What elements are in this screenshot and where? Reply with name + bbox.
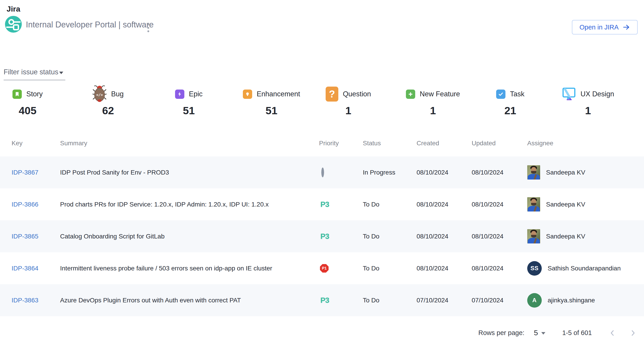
priority-p3-icon: P3 <box>320 232 329 241</box>
counter-count: 62 <box>102 104 114 117</box>
issue-summary: IDP Post Prod Sanity for Env - PROD3 <box>60 169 319 176</box>
counter-label: Epic <box>189 90 202 98</box>
issue-status: To Do <box>363 201 416 208</box>
counter-story: Story 405 <box>12 84 43 117</box>
issue-summary: Intermittent liveness probe failure / 50… <box>60 265 319 272</box>
avatar: A <box>527 293 542 308</box>
issue-status: To Do <box>363 297 416 304</box>
col-header-key: Key <box>12 140 60 147</box>
open-in-jira-label: Open in JIRA <box>580 23 618 31</box>
issue-summary: Catalog Onboarding Script for GitLab <box>60 233 319 240</box>
pagination-range: 1-5 of 601 <box>562 329 592 337</box>
issue-key-link[interactable]: IDP-3865 <box>12 233 38 240</box>
counter-epic: Epic 51 <box>175 84 202 117</box>
jira-plugin-page: Jira Internal Developer Portal | softwar… <box>0 0 644 345</box>
table-body: IDP-3867 IDP Post Prod Sanity for Env - … <box>0 156 644 316</box>
filter-issue-status-select[interactable]: Filter issue status <box>4 68 65 80</box>
open-in-jira-button[interactable]: Open in JIRA <box>572 20 638 34</box>
counter-count: 1 <box>430 104 436 117</box>
col-header-assignee: Assignee <box>527 140 644 147</box>
issue-created: 08/10/2024 <box>416 265 472 272</box>
entity-name: Internal Developer Portal | software <box>26 20 154 29</box>
issue-summary: Prod charts PRs for IDP Service: 1.20.x,… <box>60 201 319 208</box>
priority-p3-icon: P3 <box>320 200 329 209</box>
assignee-name: ajinkya.shingane <box>548 297 595 304</box>
table-row: IDP-3867 IDP Post Prod Sanity for Env - … <box>0 156 644 188</box>
counter-ux-design: UX Design 1 <box>562 84 614 117</box>
counter-bug: </> Bug 62 <box>92 84 124 117</box>
counter-label: Story <box>26 90 43 98</box>
assignee-name: Sandeepa KV <box>546 233 585 240</box>
issue-status: To Do <box>363 265 416 272</box>
counter-count: 51 <box>183 104 195 117</box>
bug-icon: </> <box>92 84 106 104</box>
issue-key-link[interactable]: IDP-3863 <box>12 297 38 304</box>
table-header: Key Summary Priority Status Created Upda… <box>0 140 644 147</box>
counter-count: 21 <box>504 104 516 117</box>
chevron-right-icon <box>629 329 637 337</box>
story-icon <box>12 89 22 99</box>
avatar <box>527 197 540 212</box>
kebab-menu-icon[interactable] <box>144 21 153 34</box>
task-icon <box>496 89 506 99</box>
issue-summary: Azure DevOps Plugin Errors out with Auth… <box>60 297 319 304</box>
priority-p3-icon: P3 <box>320 296 329 305</box>
rows-per-page-label: Rows per page: <box>478 329 524 337</box>
issue-key-link[interactable]: IDP-3866 <box>12 201 38 208</box>
counter-task: Task 21 <box>496 84 524 117</box>
svg-text:</>: </> <box>96 93 103 97</box>
issue-updated: 07/10/2024 <box>472 297 527 304</box>
counter-label: Question <box>343 90 371 98</box>
counter-enhancement: Enhancement 51 <box>243 84 300 117</box>
table-row: IDP-3863 Azure DevOps Plugin Errors out … <box>0 284 644 316</box>
counter-label: UX Design <box>580 90 614 98</box>
issue-key-link[interactable]: IDP-3867 <box>12 169 38 176</box>
priority-p1-icon: P1 <box>320 264 328 273</box>
page-title: Jira <box>6 4 20 13</box>
counter-label: New Feature <box>420 90 460 98</box>
counter-count: 405 <box>18 104 36 117</box>
table-row: IDP-3866 Prod charts PRs for IDP Service… <box>0 188 644 220</box>
assignee-name: Sathish Soundarapandian <box>548 265 621 272</box>
avatar <box>527 165 540 180</box>
question-icon: ? <box>326 87 338 101</box>
table-row: IDP-3864 Intermittent liveness probe fai… <box>0 252 644 284</box>
issue-created: 08/10/2024 <box>416 201 472 208</box>
new-feature-icon <box>406 89 415 99</box>
counter-label: Bug <box>111 90 124 98</box>
assignee-name: Sandeepa KV <box>546 169 585 176</box>
table-row: IDP-3865 Catalog Onboarding Script for G… <box>0 220 644 252</box>
col-header-priority: Priority <box>319 140 363 147</box>
counter-count: 51 <box>266 104 277 117</box>
next-page-button[interactable] <box>629 329 637 337</box>
assignee-name: Sandeepa KV <box>546 201 585 208</box>
issue-created: 08/10/2024 <box>416 169 472 176</box>
arrow-right-icon <box>623 24 630 30</box>
rows-per-page-select[interactable]: 5 <box>534 329 546 337</box>
counter-question: ? Question 1 <box>326 84 371 117</box>
counter-label: Task <box>510 90 524 98</box>
epic-icon <box>175 89 184 99</box>
avatar <box>527 229 540 244</box>
col-header-updated: Updated <box>472 140 527 147</box>
priority-medium-icon <box>321 168 324 177</box>
col-header-summary: Summary <box>60 140 319 147</box>
issue-updated: 08/10/2024 <box>472 233 527 240</box>
pagination: Rows per page: 5 1-5 of 601 <box>478 329 637 337</box>
issue-status: To Do <box>363 233 416 240</box>
chevron-left-icon <box>609 329 616 337</box>
entity-logo-icon <box>5 16 22 33</box>
previous-page-button[interactable] <box>609 329 616 337</box>
counter-label: Enhancement <box>257 90 300 98</box>
issue-updated: 08/10/2024 <box>472 201 527 208</box>
issue-created: 08/10/2024 <box>416 233 472 240</box>
counter-count: 1 <box>345 104 351 117</box>
issue-key-link[interactable]: IDP-3864 <box>12 265 38 272</box>
ux-design-icon <box>562 87 576 101</box>
counter-new-feature: New Feature 1 <box>406 84 460 117</box>
issue-status: In Progress <box>363 169 416 176</box>
rows-per-page-value: 5 <box>534 329 538 337</box>
issue-created: 07/10/2024 <box>416 297 472 304</box>
issue-updated: 08/10/2024 <box>472 169 527 176</box>
enhancement-icon <box>243 89 252 99</box>
